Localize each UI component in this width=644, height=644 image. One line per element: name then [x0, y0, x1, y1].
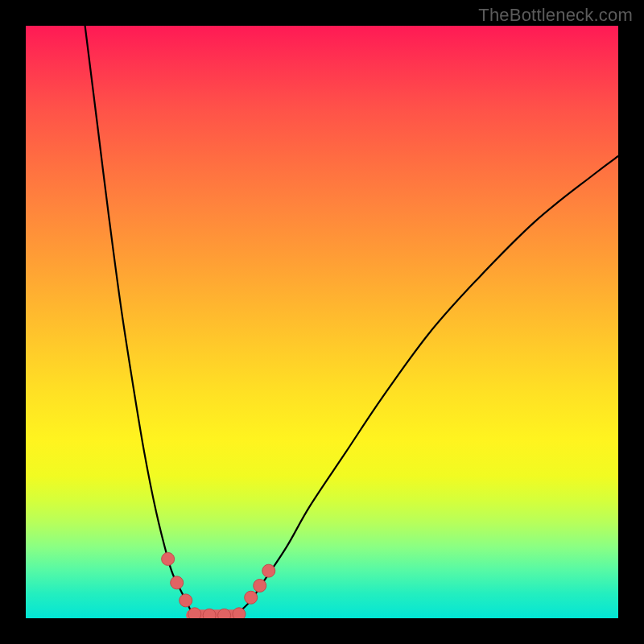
datapoint — [245, 591, 258, 604]
plot-area — [26, 26, 618, 618]
datapoint — [188, 608, 201, 618]
datapoint — [162, 552, 175, 565]
datapoint — [254, 580, 266, 592]
curve-right-branch — [239, 156, 618, 613]
datapoint — [233, 608, 246, 618]
datapoint — [171, 576, 184, 589]
chart-frame: TheBottleneck.com — [0, 0, 644, 644]
datapoint — [262, 564, 275, 577]
datapoint — [218, 609, 231, 618]
chart-svg — [26, 26, 618, 618]
watermark-text: TheBottleneck.com — [478, 5, 633, 26]
datapoints-group — [162, 552, 275, 618]
datapoint — [203, 609, 216, 618]
curve-left-branch — [85, 26, 192, 613]
datapoint — [180, 594, 192, 607]
